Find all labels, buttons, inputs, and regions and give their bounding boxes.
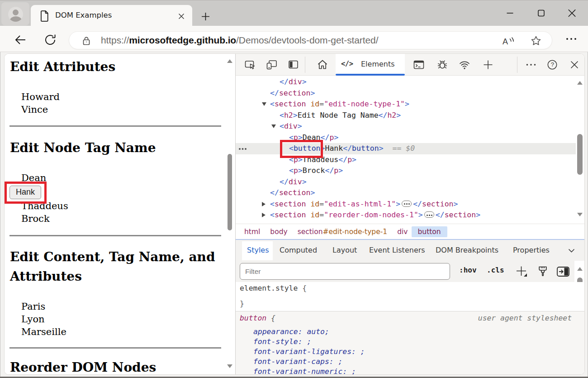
sidebar-tab-computed[interactable]: Computed <box>280 246 317 254</box>
collapsed-content-icon[interactable] <box>424 211 434 218</box>
css-property-name: font-variant-numeric <box>253 367 342 375</box>
inspect-icon[interactable] <box>245 59 256 70</box>
breadcrumb-item[interactable]: div <box>397 228 408 236</box>
code-segment: > <box>405 100 409 108</box>
more-tools-icon[interactable] <box>526 63 536 67</box>
sidebar-tab-properties[interactable]: Properties <box>513 246 550 254</box>
device-emulation-icon[interactable] <box>266 59 277 70</box>
code-segment: > <box>476 211 480 219</box>
new-style-rule-icon[interactable] <box>516 266 528 278</box>
css-property[interactable]: font-style: ; <box>253 337 311 346</box>
toolbar-separator <box>305 57 305 73</box>
avatar <box>8 7 23 22</box>
browser-more-icon[interactable] <box>565 37 577 41</box>
dom-tree-row[interactable]: </section> <box>236 187 585 199</box>
minimize-icon[interactable] <box>507 8 513 19</box>
maximize-icon[interactable] <box>538 8 545 19</box>
sidebar-tab-layout[interactable]: Layout <box>332 246 357 254</box>
dom-tree-row[interactable]: <div> <box>236 121 585 132</box>
element-style-rule[interactable]: element.style { <box>240 284 307 292</box>
node-options-icon[interactable] <box>239 144 248 153</box>
profile-avatar-button[interactable] <box>1 2 29 25</box>
open-brace: { <box>302 284 307 292</box>
dom-tree-row[interactable]: <p>Brock</p> <box>236 165 585 177</box>
code-segment: = <box>319 100 324 108</box>
page-scroll-down-icon[interactable] <box>227 364 232 368</box>
new-tab-icon[interactable] <box>201 12 210 21</box>
tab-close-icon[interactable] <box>178 13 185 19</box>
favorites-star-icon[interactable] <box>531 35 541 46</box>
styles-filter-input[interactable] <box>240 263 450 280</box>
avatar-head <box>13 10 19 15</box>
dom-tree-row[interactable]: </div> <box>236 77 585 88</box>
css-property[interactable]: font-variant-caps: ; <box>253 357 342 366</box>
tree-scrollbar-thumb[interactable] <box>577 134 583 175</box>
code-segment: Brock <box>303 166 325 175</box>
expander-closed-icon[interactable] <box>262 202 266 206</box>
code-segment: section <box>279 89 311 97</box>
color-format-icon[interactable] <box>537 266 549 278</box>
dom-tree-row-text: </section> <box>270 88 315 99</box>
css-property[interactable]: font-variant-ligatures: ; <box>253 347 365 356</box>
add-panel-icon[interactable] <box>483 59 493 70</box>
dock-side-icon[interactable] <box>288 59 299 70</box>
tree-scroll-up-icon[interactable] <box>577 81 583 85</box>
debug-icon[interactable] <box>437 59 448 70</box>
pseudo-state-toggle[interactable]: :hov <box>459 266 477 274</box>
tabs-overflow-chevron-icon[interactable] <box>568 249 575 253</box>
code-segment: id <box>310 100 319 108</box>
svg-text:A: A <box>503 37 508 46</box>
code-segment: > <box>298 122 302 130</box>
sidebar-tab-dom-breakpoints[interactable]: DOM Breakpoints <box>436 246 498 254</box>
expander-open-icon[interactable] <box>271 124 276 128</box>
close-window-icon[interactable] <box>568 8 576 19</box>
console-icon[interactable] <box>413 59 424 70</box>
breadcrumb-item[interactable]: button <box>412 226 447 237</box>
css-property[interactable]: appearance: auto; <box>253 327 329 336</box>
browser-tab[interactable]: DOM Examples <box>31 5 192 26</box>
code-segment: > <box>454 200 458 208</box>
rule-selector: button <box>240 314 266 322</box>
breadcrumb: htmlbodysection#edit-node-type-1divbutto… <box>236 224 585 239</box>
tree-scroll-down-icon[interactable] <box>577 213 583 216</box>
address-bar[interactable]: https://microsoftedge.github.io/Demos/de… <box>69 31 552 49</box>
element-classes-toggle[interactable]: .cls <box>487 266 504 274</box>
lock-icon[interactable] <box>81 36 91 46</box>
breadcrumb-item[interactable]: section#edit-node-type-1 <box>298 228 388 236</box>
expander-closed-icon[interactable] <box>262 213 266 217</box>
dom-tree-row-text: <div> <box>280 121 302 132</box>
css-property-value: ; <box>360 347 365 356</box>
refresh-icon[interactable] <box>44 34 56 46</box>
css-property[interactable]: font-variant-numeric: ; <box>253 367 356 375</box>
css-property-name: appearance <box>253 327 298 336</box>
breadcrumb-item[interactable]: body <box>270 228 287 236</box>
sidebar-tab-event-listeners[interactable]: Event Listeners <box>369 246 425 254</box>
page-scroll-up-icon[interactable] <box>227 59 232 63</box>
rule-selector-line[interactable]: button { <box>240 314 275 322</box>
home-icon[interactable] <box>317 59 328 70</box>
tab-elements[interactable]: </> Elements <box>336 54 405 76</box>
dom-tree-row[interactable]: </section> <box>236 88 585 99</box>
close-devtools-icon[interactable] <box>569 59 580 70</box>
back-icon[interactable] <box>14 34 26 46</box>
code-segment: < <box>270 100 275 108</box>
dom-tree-row[interactable]: </div> <box>236 177 585 188</box>
code-segment: </ <box>343 144 352 153</box>
toggle-sidebar-icon[interactable] <box>557 267 569 277</box>
dom-tree-row[interactable]: <h2>Edit Node Tag Name</h2> <box>236 110 585 121</box>
styles-scroll-up-icon[interactable] <box>577 267 583 271</box>
page-text-line: Howard <box>21 91 60 103</box>
horizontal-rule <box>9 125 221 127</box>
network-conditions-icon[interactable] <box>459 59 470 70</box>
sidebar-tab-styles[interactable]: Styles <box>247 246 269 254</box>
dom-tree-row[interactable]: <section id="edit-as-html-1"></section> <box>236 199 585 210</box>
breadcrumb-item[interactable]: html <box>244 228 260 236</box>
dom-tree-row[interactable]: <section id="edit-node-type-1"> <box>236 99 585 110</box>
dom-tree-row[interactable]: <section id="reorder-dom-nodes-1"></sect… <box>236 210 585 221</box>
collapsed-content-icon[interactable] <box>402 201 412 207</box>
help-icon[interactable]: ? <box>547 59 558 70</box>
elements-tab-label: Elements <box>361 60 395 68</box>
page-scrollbar-thumb[interactable] <box>228 154 232 230</box>
read-aloud-icon[interactable]: A <box>503 35 517 47</box>
expander-open-icon[interactable] <box>262 102 266 106</box>
